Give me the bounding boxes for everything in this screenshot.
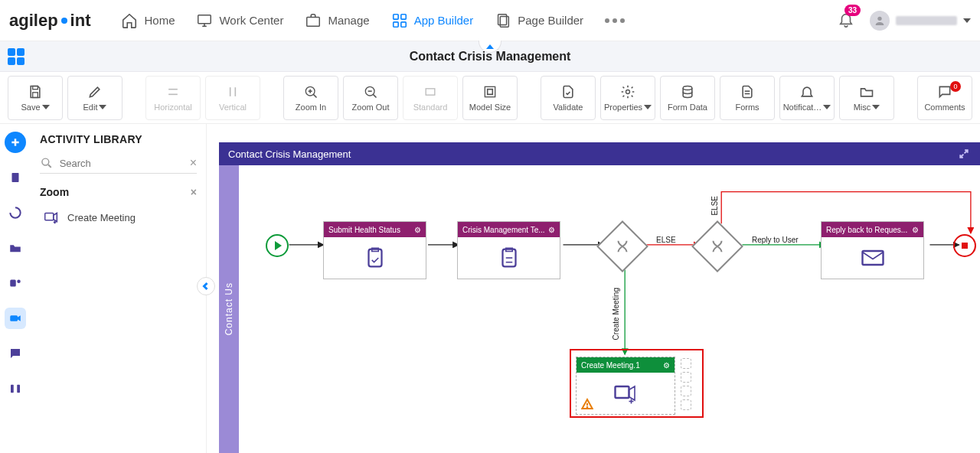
nav-app-builder[interactable]: App Builder	[391, 12, 474, 29]
main: ACTIVITY LIBRARY × Zoom × Create Meeting…	[0, 124, 980, 453]
svg-rect-5	[400, 14, 405, 18]
app-grid-button[interactable]	[8, 48, 24, 65]
gear-icon[interactable]: ⚙	[548, 226, 555, 234]
camera-icon	[8, 311, 22, 325]
tool-comments[interactable]: 0 Comments	[917, 76, 972, 120]
contact-us-tab[interactable]: Contact Us	[219, 165, 239, 453]
tool-notifications-label: Notificat…	[783, 103, 822, 112]
user-name	[896, 16, 957, 25]
rail-add[interactable]	[5, 132, 26, 153]
save-icon	[28, 84, 43, 99]
validate-icon	[560, 84, 576, 99]
nav-page-builder[interactable]: Page Builder	[495, 12, 583, 29]
svg-point-34	[17, 280, 21, 284]
svg-rect-6	[393, 21, 397, 26]
notifications-badge: 33	[844, 5, 861, 16]
swirl-icon	[8, 205, 23, 220]
edit-icon	[87, 84, 103, 99]
category-clear[interactable]: ×	[191, 186, 197, 198]
condition-icon	[614, 238, 631, 255]
tool-validate[interactable]: Validate	[541, 76, 596, 120]
rail-zoom[interactable]	[5, 308, 26, 329]
node-reply-back[interactable]: Reply back to Reques...⚙	[821, 221, 924, 279]
folder-icon	[859, 84, 874, 99]
end-node[interactable]	[953, 234, 976, 257]
gear-icon[interactable]: ⚙	[414, 226, 421, 234]
search-clear[interactable]: ×	[190, 156, 197, 170]
chevron-down-icon	[823, 105, 831, 109]
svg-rect-40	[45, 213, 54, 220]
brand-logo[interactable]: agilepint	[9, 11, 90, 31]
rail-swirl[interactable]	[5, 202, 26, 223]
user-menu[interactable]	[870, 11, 971, 31]
canvas-wrap: Contact Crisis Management Contact Us	[207, 124, 980, 453]
node-crisis-team[interactable]: Crisis Management Te...⚙	[457, 221, 560, 279]
nav-manage[interactable]: Manage	[305, 12, 369, 29]
model-size-icon	[482, 84, 498, 99]
sidebar-heading: ACTIVITY LIBRARY	[40, 133, 197, 145]
rail-clipboard[interactable]	[5, 167, 26, 188]
svg-line-22	[373, 94, 376, 97]
tool-horizontal[interactable]: Horizontal	[145, 76, 201, 120]
bell-icon	[799, 84, 815, 99]
nav-right: 33	[838, 11, 971, 31]
edge-reply-to-user: Reply to User	[752, 236, 799, 244]
tool-edit-label: Edit	[83, 103, 98, 112]
node-submit-health[interactable]: Submit Health Status⚙	[323, 221, 426, 279]
svg-rect-25	[485, 86, 495, 96]
tool-properties[interactable]: Properties	[600, 76, 655, 120]
tool-zoom-out[interactable]: Zoom Out	[343, 76, 398, 120]
sidebar-search[interactable]: ×	[40, 153, 197, 174]
nav-items: Home Work Center Manage App Builder Page…	[121, 12, 625, 29]
rail-slider[interactable]	[5, 378, 26, 399]
start-node[interactable]	[266, 234, 289, 257]
tool-form-data[interactable]: Form Data	[660, 76, 715, 120]
notifications-button[interactable]: 33	[838, 11, 854, 30]
sidebar-collapse-button[interactable]	[197, 277, 215, 295]
chevron-down-icon	[644, 105, 652, 109]
tool-standard[interactable]: Standard	[403, 76, 458, 120]
canvas-expand[interactable]	[957, 147, 971, 161]
gear-icon[interactable]: ⚙	[663, 361, 670, 370]
search-input[interactable]	[58, 157, 190, 170]
briefcase-icon	[305, 12, 322, 29]
tool-misc[interactable]: Misc	[839, 76, 894, 120]
tool-edit[interactable]: Edit	[67, 76, 122, 120]
gear-icon[interactable]: ⚙	[912, 226, 919, 234]
zoom-out-icon	[363, 84, 378, 99]
nav-work-center[interactable]: Work Center	[196, 12, 283, 29]
svg-point-10	[877, 16, 881, 20]
tool-save[interactable]: Save	[8, 76, 63, 120]
tool-vertical[interactable]: Vertical	[205, 76, 260, 120]
chevron-down-icon	[42, 105, 50, 109]
top-nav: agilepint Home Work Center Manage App Bu…	[0, 0, 980, 41]
svg-rect-24	[426, 88, 435, 94]
process-canvas[interactable]: Submit Health Status⚙ Crisis Management …	[239, 165, 980, 453]
node-create-label: Create Meeting.1	[581, 361, 640, 370]
condition-icon	[709, 238, 726, 255]
nav-work-center-label: Work Center	[219, 14, 283, 27]
lib-item-create-meeting[interactable]: Create Meeting	[40, 203, 197, 232]
mail-icon	[859, 244, 887, 272]
rail-chat[interactable]	[5, 343, 26, 364]
rail-teams[interactable]	[5, 272, 26, 294]
rail-folder[interactable]	[5, 237, 26, 259]
tool-model-size[interactable]: Model Size	[462, 76, 518, 120]
chevron-down-icon	[872, 105, 880, 109]
tool-notifications[interactable]: Notificat…	[779, 76, 835, 120]
nav-home-label: Home	[144, 14, 175, 27]
nav-home[interactable]: Home	[121, 12, 175, 29]
warning-icon[interactable]	[581, 398, 593, 412]
forms-icon	[740, 84, 755, 99]
sidebar-category[interactable]: Zoom ×	[40, 181, 197, 203]
expand-icon	[959, 148, 969, 159]
nav-more[interactable]	[605, 18, 625, 23]
chat-icon	[8, 347, 22, 360]
svg-rect-3	[307, 17, 320, 26]
tool-zoom-in[interactable]: Zoom In	[283, 76, 338, 120]
tool-forms[interactable]: Forms	[720, 76, 775, 120]
node-ports[interactable]	[681, 358, 691, 410]
tool-misc-label: Misc	[854, 103, 871, 112]
nav-manage-label: Manage	[328, 14, 369, 27]
tool-forms-label: Forms	[735, 103, 759, 112]
